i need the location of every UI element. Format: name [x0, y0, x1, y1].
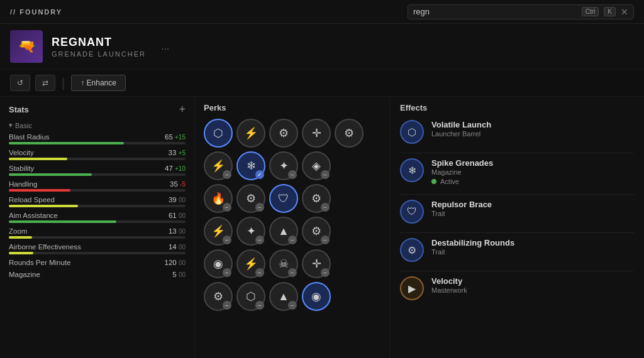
perk-row: ◉−⚡−☠−✛− — [204, 249, 380, 278]
perk-icon[interactable]: ⚡− — [204, 217, 233, 246]
perk-row: ⚡−✦−▲−⚙− — [204, 217, 380, 246]
chevron-down-icon: ▾ — [9, 121, 13, 129]
perk-icon[interactable]: ⬡ — [204, 119, 233, 148]
stat-bar-bg — [9, 220, 186, 223]
enhance-button[interactable]: ↑ Enhance — [71, 75, 126, 91]
perk-icon[interactable]: ❄✓ — [236, 151, 265, 180]
stat-value: 13 00 — [169, 227, 186, 235]
stat-bar-bg — [9, 142, 186, 144]
stat-row: Reload Speed 39 00 — [9, 196, 186, 207]
perk-icon[interactable]: ◉− — [204, 249, 233, 278]
perk-icon[interactable]: ⚡ — [236, 119, 265, 148]
top-nav: // FOUNDRY Ctrl K ✕ — [0, 0, 644, 24]
active-text: Active — [440, 178, 459, 185]
effect-sub: Trait — [431, 248, 514, 256]
stat-row: Magazine 5 00 — [9, 271, 186, 278]
perk-icon[interactable]: ✛− — [302, 249, 331, 278]
stat-value: 33 +5 — [169, 149, 186, 156]
stat-bar-bg — [9, 158, 186, 160]
stat-value: 65 +15 — [165, 133, 186, 141]
stat-bar-bg — [9, 205, 186, 207]
stat-value: 39 00 — [169, 196, 186, 203]
app-title: // FOUNDRY — [10, 8, 62, 16]
perk-row: ⚙−⬡−▲−◉ — [204, 282, 380, 311]
effect-icon: ▶ — [400, 276, 424, 300]
effect-icon: 🛡 — [400, 200, 424, 224]
perk-icon[interactable]: 🛡 — [269, 184, 298, 213]
perks-title: Perks — [204, 103, 380, 112]
perk-icon[interactable]: ⚙ — [335, 119, 364, 148]
effect-sub: Masterwork — [431, 286, 467, 294]
effect-divider — [400, 153, 634, 153]
perk-icon[interactable]: 🔥− — [204, 184, 233, 213]
stat-bar-bg — [9, 189, 186, 192]
effect-sub: Magazine — [431, 168, 493, 176]
effect-name: Repulsor Brace — [431, 200, 492, 209]
stat-name: Handling — [9, 180, 37, 188]
effect-name: Velocity — [431, 276, 467, 286]
stat-row: Rounds Per Minute 120 00 — [9, 259, 186, 266]
search-input[interactable] — [413, 7, 577, 16]
share-button[interactable]: ⇄ — [35, 75, 55, 91]
stat-value: 35 -5 — [170, 180, 186, 188]
effect-text: Destabilizing Rounds Trait — [431, 238, 514, 256]
effect-text: Spike Grenades Magazine Active — [431, 158, 493, 185]
stat-name: Magazine — [9, 271, 40, 278]
perk-icon[interactable]: ✦− — [269, 151, 298, 180]
stat-value: 120 00 — [164, 259, 186, 266]
undo-icon: ↺ — [17, 79, 23, 87]
main-layout: Stats + ▾ Basic Blast Radius 65 +15 Velo… — [0, 97, 644, 358]
stats-header: Stats + — [9, 103, 186, 116]
stat-row: Blast Radius 65 +15 — [9, 133, 186, 144]
perk-icon[interactable]: ⬡− — [236, 282, 265, 311]
toolbar: ↺ ⇄ | ↑ Enhance — [0, 70, 644, 97]
perk-icon[interactable]: ⚙ — [269, 119, 298, 148]
stat-row: Zoom 13 00 — [9, 227, 186, 239]
effect-icon: ⬡ — [400, 120, 424, 144]
stat-name: Velocity — [9, 149, 34, 156]
perk-icon[interactable]: ✦− — [236, 217, 265, 246]
perk-icon[interactable]: ⚙− — [236, 184, 265, 213]
search-close-icon[interactable]: ✕ — [621, 7, 628, 17]
weapon-name: REGNANT — [52, 36, 146, 49]
perk-icon[interactable]: ✛ — [302, 119, 331, 148]
stats-title: Stats — [9, 105, 29, 114]
search-bar[interactable]: Ctrl K ✕ — [408, 4, 634, 19]
stat-value: 5 00 — [172, 271, 186, 278]
perk-icon[interactable]: ⚙− — [302, 217, 331, 246]
stat-bar-bg — [9, 173, 186, 176]
stat-bar-bg — [9, 236, 186, 239]
stat-value: 61 00 — [169, 212, 186, 219]
perk-icon[interactable]: ⚡− — [204, 151, 233, 180]
weapon-menu-icon[interactable]: ... — [161, 41, 169, 52]
stat-name: Blast Radius — [9, 133, 50, 141]
share-icon: ⇄ — [42, 79, 48, 87]
stat-name: Stability — [9, 165, 34, 172]
weapon-header: 🔫 REGNANT GRENADE LAUNCHER ... — [0, 24, 644, 70]
stat-name: Aim Assistance — [9, 212, 58, 219]
perk-icon[interactable]: ◈− — [302, 151, 331, 180]
undo-button[interactable]: ↺ — [10, 75, 30, 91]
weapon-icon: 🔫 — [10, 30, 43, 63]
stat-bar-fill — [9, 236, 32, 239]
effect-name: Volatile Launch — [431, 120, 491, 129]
perk-icon[interactable]: ◉ — [302, 282, 331, 311]
effect-text: Volatile Launch Launcher Barrel — [431, 120, 491, 138]
perk-icon[interactable]: ▲− — [269, 217, 298, 246]
stats-add-button[interactable]: + — [179, 103, 186, 116]
effect-icon: ⚙ — [400, 238, 424, 262]
effects-title: Effects — [400, 103, 634, 112]
effect-icon: ❄ — [400, 158, 424, 182]
toolbar-separator: | — [62, 76, 65, 90]
effect-item: ⬡ Volatile Launch Launcher Barrel — [400, 120, 634, 144]
perk-icon[interactable]: ☠− — [269, 249, 298, 278]
perk-icon[interactable]: ⚡− — [236, 249, 265, 278]
perk-icon[interactable]: ⚙− — [204, 282, 233, 311]
effect-divider — [400, 194, 634, 195]
stat-value: 47 +10 — [165, 165, 186, 172]
perk-icon[interactable]: ▲− — [269, 282, 298, 311]
stat-name: Rounds Per Minute — [9, 259, 70, 266]
effect-name: Spike Grenades — [431, 158, 493, 168]
perk-icon[interactable]: ⚙− — [302, 184, 331, 213]
weapon-type: GRENADE LAUNCHER — [52, 50, 146, 58]
